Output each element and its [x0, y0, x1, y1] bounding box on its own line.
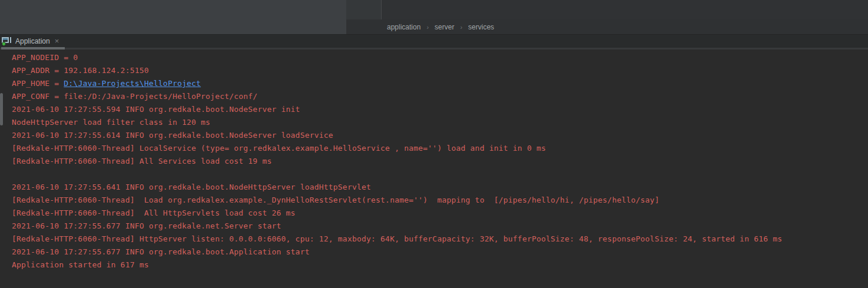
log-text: APP_HOME =	[12, 79, 64, 88]
console-line: [Redkale-HTTP:6060-Thread] All HttpServl…	[12, 207, 866, 220]
console-line: [Redkale-HTTP:6060-Thread] HttpServer li…	[12, 233, 866, 246]
log-text: 2021-06-10 17:27:55.641 INFO org.redkale…	[12, 183, 371, 191]
console-line: Application started in 617 ms	[12, 259, 866, 272]
breadcrumb-item-server[interactable]: server	[435, 23, 454, 31]
console-line: 2021-06-10 17:27:55.677 INFO org.redkale…	[12, 246, 866, 259]
breadcrumb-separator-icon: ›	[426, 24, 429, 31]
log-text: [Redkale-HTTP:6060-Thread] All Services …	[12, 157, 271, 165]
console-window-fill	[3, 38, 8, 40]
log-text: 2021-06-10 17:27:55.614 INFO org.redkale…	[12, 131, 333, 140]
log-text: [Redkale-HTTP:6060-Thread] HttpServer li…	[12, 234, 782, 243]
log-text: APP_CONF = file:/D:/Java-Projects/HelloP…	[12, 92, 257, 101]
console-line: [Redkale-HTTP:6060-Thread] Load org.redk…	[12, 194, 866, 207]
log-text: APP_NODEID = 0	[12, 53, 78, 62]
breadcrumb: application›server›services	[346, 19, 868, 34]
tab-application[interactable]: Application ×	[0, 34, 62, 48]
run-console-icon	[2, 37, 12, 46]
scrollbar-thumb[interactable]	[0, 93, 3, 125]
console-output[interactable]: APP_NODEID = 0APP_ADDR = 192.168.124.2:5…	[0, 49, 868, 288]
console-line: [Redkale-HTTP:6060-Thread] LocalService …	[12, 142, 866, 155]
breadcrumb-item-services[interactable]: services	[468, 23, 494, 31]
log-text: [Redkale-HTTP:6060-Thread] Load org.redk…	[12, 196, 660, 204]
console-line: 2021-06-10 17:27:55.614 INFO org.redkale…	[12, 129, 866, 142]
log-text: NodeHttpServer load filter class in 120 …	[12, 118, 210, 127]
console-line: 2021-06-10 17:27:55.677 INFO org.redkale…	[12, 220, 866, 233]
file-path-link[interactable]: D:\Java-Projects\HelloProject	[64, 79, 201, 88]
editor-splitter-segment	[346, 0, 382, 19]
log-text: [Redkale-HTTP:6060-Thread] All HttpServl…	[12, 208, 296, 217]
console-line: NodeHttpServer load filter class in 120 …	[12, 116, 866, 129]
breadcrumb-item-application[interactable]: application	[387, 23, 420, 31]
console-line: APP_ADDR = 192.168.124.2:5150	[12, 64, 866, 77]
log-text: 2021-06-10 17:27:55.677 INFO org.redkale…	[12, 247, 310, 256]
breadcrumb-separator-icon: ›	[460, 24, 462, 31]
console-line: 2021-06-10 17:27:55.594 INFO org.redkale…	[12, 103, 866, 116]
editor-right-panel: application›server›services	[346, 0, 868, 34]
editor-top-strip	[346, 0, 868, 19]
console-log-text: APP_NODEID = 0APP_ADDR = 192.168.124.2:5…	[12, 51, 866, 272]
console-line: APP_NODEID = 0	[12, 51, 866, 64]
log-text: 2021-06-10 17:27:55.594 INFO org.redkale…	[12, 105, 300, 114]
log-text: [Redkale-HTTP:6060-Thread] LocalService …	[12, 144, 546, 153]
console-line: APP_CONF = file:/D:/Java-Projects/HelloP…	[12, 90, 866, 103]
running-indicator-icon	[2, 42, 6, 46]
console-line: APP_HOME = D:\Java-Projects\HelloProject	[12, 77, 866, 90]
editor-left-panel	[0, 0, 346, 34]
log-text: Application started in 617 ms	[12, 260, 149, 269]
console-line	[12, 168, 866, 181]
log-text: APP_ADDR = 192.168.124.2:5150	[12, 66, 149, 75]
console-line: [Redkale-HTTP:6060-Thread] All Services …	[12, 155, 866, 168]
console-line: 2021-06-10 17:27:55.641 INFO org.redkale…	[12, 181, 866, 194]
editor-header: application›server›services	[0, 0, 868, 34]
console-window-side	[10, 37, 11, 43]
tab-label: Application	[15, 37, 50, 45]
log-text: 2021-06-10 17:27:55.677 INFO org.redkale…	[12, 221, 281, 230]
close-icon[interactable]: ×	[55, 37, 59, 45]
